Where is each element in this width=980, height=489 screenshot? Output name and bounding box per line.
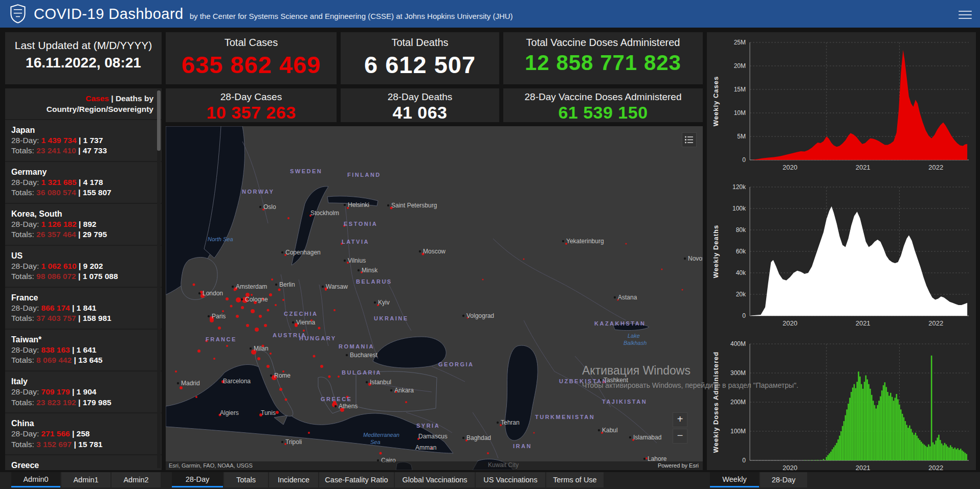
outbreak-dot[interactable] [661, 269, 663, 270]
outbreak-dot[interactable] [328, 376, 331, 378]
svg-text:Weekly Doses Administered: Weekly Doses Administered [712, 352, 720, 453]
outbreak-dot[interactable] [236, 315, 239, 318]
city-dot [259, 206, 261, 208]
outbreak-dot[interactable] [197, 350, 201, 353]
outbreak-dot[interactable] [236, 297, 241, 302]
country-28day-line: 28-Day: 1 439 734 | 1 737 [11, 135, 154, 146]
country-list-item[interactable]: Italy28-Day: 709 179 | 1 904Totals: 23 8… [5, 370, 162, 412]
outbreak-dot[interactable] [267, 309, 270, 312]
outbreak-dot[interactable] [266, 365, 270, 368]
outbreak-dot[interactable] [230, 305, 233, 308]
outbreak-dot[interactable] [276, 411, 279, 414]
outbreak-dot[interactable] [257, 357, 260, 360]
sidebar-scrollbar[interactable] [157, 89, 161, 468]
outbreak-dot[interactable] [275, 304, 277, 306]
outbreak-dot[interactable] [282, 299, 284, 301]
city-label: Barcelona [223, 378, 251, 385]
outbreak-dot[interactable] [303, 330, 305, 332]
outbreak-dot[interactable] [195, 396, 197, 398]
world-map[interactable]: OsloStockholmHelsinkiSaint PetersburgMos… [166, 126, 703, 470]
outbreak-dot[interactable] [318, 327, 321, 330]
country-list-item[interactable]: Taiwan*28-Day: 838 163 | 1 641Totals: 8 … [5, 329, 162, 370]
tab-incidence[interactable]: Incidence [269, 472, 318, 487]
outbreak-dot[interactable] [285, 399, 287, 401]
outbreak-dot[interactable] [259, 315, 262, 318]
country-list-item[interactable]: US28-Day: 1 062 610 | 9 202Totals: 98 08… [5, 245, 162, 287]
tab-terms-of-use[interactable]: Terms of Use [546, 472, 604, 487]
country-label: CZECHIA [284, 311, 318, 317]
last-updated-panel: Last Updated at (M/D/YYYY) 16.11.2022, 0… [5, 32, 162, 84]
outbreak-dot[interactable] [218, 327, 221, 330]
tab-28-day[interactable]: 28-Day [760, 472, 807, 487]
outbreak-dot[interactable] [213, 358, 215, 360]
tab-28-day[interactable]: 28-Day [172, 472, 223, 487]
outbreak-dot[interactable] [313, 355, 316, 358]
outbreak-dot[interactable] [241, 306, 244, 309]
outbreak-dot[interactable] [533, 432, 535, 434]
page-subtitle: by the Center for Systems Science and En… [190, 12, 513, 20]
tab-totals[interactable]: Totals [224, 472, 268, 487]
country-label: TAJIKISTAN [602, 399, 647, 405]
outbreak-dot[interactable] [287, 217, 289, 219]
city-label: Berlin [279, 281, 295, 288]
tab-weekly[interactable]: Weekly [710, 472, 759, 487]
outbreak-dot[interactable] [222, 310, 224, 312]
tab-admin1[interactable]: Admin1 [61, 472, 110, 487]
outbreak-dot[interactable] [255, 328, 259, 332]
country-list-item[interactable]: Japan28-Day: 1 439 734 | 1 737Totals: 23… [5, 119, 162, 161]
outbreak-dot[interactable] [308, 432, 310, 434]
outbreak-dot[interactable] [523, 259, 525, 260]
city-label: Oslo [263, 203, 276, 211]
city-dot [419, 250, 421, 252]
outbreak-dot[interactable] [278, 289, 281, 291]
city-label: Amman [415, 444, 436, 451]
city-dot [216, 412, 218, 414]
admin-tabs: Admin0Admin1Admin2 [11, 472, 162, 489]
tab-admin2[interactable]: Admin2 [112, 472, 161, 487]
outbreak-dot[interactable] [405, 401, 407, 403]
outbreak-dot[interactable] [175, 370, 177, 372]
28day-cases-label: 28-Day Cases [166, 91, 337, 103]
city-dot [598, 429, 600, 431]
country-list-item[interactable]: China28-Day: 271 566 | 258Totals: 3 152 … [5, 412, 162, 454]
zoom-out-button[interactable]: − [673, 429, 687, 444]
svg-text:2022: 2022 [928, 319, 943, 327]
tab-case-fatality-ratio[interactable]: Case-Fatality Ratio [319, 472, 394, 487]
tab-us-vaccinations[interactable]: US Vaccinations [476, 472, 545, 487]
outbreak-dot[interactable] [251, 309, 255, 313]
powered-by-esri[interactable]: Powered by Esri [658, 462, 699, 469]
outbreak-dot[interactable] [269, 293, 272, 296]
outbreak-dot[interactable] [626, 243, 627, 245]
outbreak-dot[interactable] [320, 365, 323, 368]
outbreak-dot[interactable] [226, 297, 229, 300]
outbreak-dot[interactable] [279, 388, 282, 391]
outbreak-dot[interactable] [246, 324, 249, 327]
country-list-item[interactable]: Germany28-Day: 1 321 685 | 4 178Totals: … [5, 161, 162, 203]
outbreak-dot[interactable] [338, 376, 340, 378]
outbreak-dot[interactable] [264, 324, 267, 327]
tab-global-vaccinations[interactable]: Global Vaccinations [395, 472, 475, 487]
country-list-item[interactable]: France28-Day: 866 174 | 1 841Totals: 37 … [5, 287, 162, 329]
map-legend-icon[interactable] [682, 132, 697, 147]
tab-admin0[interactable]: Admin0 [11, 472, 60, 487]
menu-icon[interactable] [959, 8, 972, 18]
svg-text:2022: 2022 [928, 464, 943, 470]
scrollbar-thumb[interactable] [157, 90, 161, 151]
country-label: SYRIA [416, 423, 440, 429]
outbreak-dot[interactable] [333, 309, 336, 311]
outbreak-dot[interactable] [487, 452, 489, 454]
country-label: IRAN [513, 443, 532, 449]
outbreak-dot[interactable] [226, 345, 228, 347]
outbreak-dot[interactable] [271, 278, 273, 281]
outbreak-dot[interactable] [482, 279, 484, 281]
outbreak-dot[interactable] [682, 289, 683, 291]
zoom-in-button[interactable]: + [673, 412, 687, 427]
outbreak-dot[interactable] [193, 284, 195, 286]
outbreak-dot[interactable] [270, 353, 272, 355]
city-dot [629, 436, 631, 438]
outbreak-dot[interactable] [380, 452, 382, 455]
country-list-panel: Cases | Deaths by Country/Region/Soverei… [5, 88, 162, 470]
country-list-item[interactable]: Korea, South28-Day: 1 126 182 | 892Total… [5, 203, 162, 245]
city-label: Yekaterinburg [566, 238, 604, 245]
country-list-item[interactable]: Greece28-Day: 223 794 | 575Totals: 5 306… [5, 454, 162, 470]
